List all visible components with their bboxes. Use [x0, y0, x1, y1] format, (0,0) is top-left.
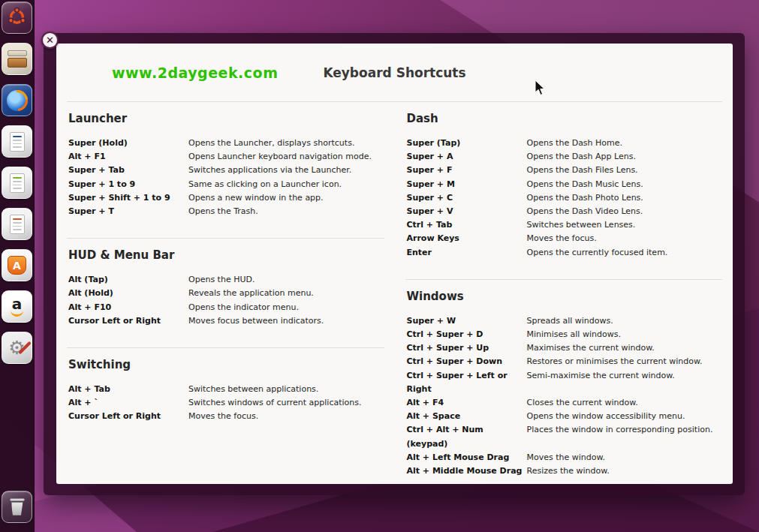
shortcut-action: Opens a new window in the app.: [188, 191, 383, 205]
shortcuts-panel: www.2daygeek.com Keyboard Shortcuts Laun…: [56, 44, 733, 484]
shortcut-action: Restores or minimises the current window…: [527, 355, 721, 368]
launcher-bar: Aa⚙: [0, 0, 35, 532]
shortcut-keys: Enter: [407, 246, 527, 260]
shortcut-action: Opens the Launcher, displays shortcuts.: [188, 137, 383, 150]
shortcut-row: Arrow KeysMoves the focus.: [407, 232, 721, 245]
shortcut-keys: Cursor Left or Right: [68, 410, 188, 423]
shortcut-keys: Super + 1 to 9: [68, 178, 188, 191]
section-title: HUD & Menu Bar: [68, 248, 383, 262]
settings-icon: ⚙: [8, 338, 25, 357]
shortcut-section: LauncherSuper (Hold)Opens the Launcher, …: [67, 102, 384, 238]
shortcut-keys: Alt + Middle Mouse Drag: [407, 464, 527, 478]
shortcut-row: Ctrl + Super + DownRestores or minimises…: [407, 355, 721, 368]
shortcut-action: Resizes the window.: [527, 464, 721, 478]
software-center-icon: A: [8, 256, 26, 275]
shortcut-keys: Super + T: [68, 205, 188, 218]
shortcut-keys: Super (Hold): [68, 137, 188, 150]
shortcut-keys: Ctrl + Super + D: [407, 328, 527, 341]
shortcut-row: Super + FOpens the Dash Files Lens.: [407, 164, 721, 177]
shortcut-action: Opens the Dash Photo Lens.: [527, 191, 721, 205]
shortcut-keys: Alt + Tab: [68, 383, 188, 396]
shortcut-action: Switches between applications.: [188, 383, 383, 396]
shortcut-action: Opens the Dash App Lens.: [527, 150, 721, 164]
shortcut-row: Super + 1 to 9Same as clicking on a Laun…: [68, 178, 383, 191]
shortcut-row: Alt (Tap)Opens the HUD.: [68, 273, 383, 287]
firefox-icon: [7, 90, 28, 111]
shortcuts-column: LauncherSuper (Hold)Opens the Launcher, …: [67, 102, 384, 484]
keyboard-shortcuts-overlay: ✕ www.2daygeek.com Keyboard Shortcuts La…: [44, 33, 745, 495]
libreoffice-impress-icon: [10, 215, 25, 234]
shortcut-row: Ctrl + Super + Left or RightSemi-maximis…: [407, 369, 721, 396]
launcher-item-settings[interactable]: ⚙: [2, 332, 32, 364]
shortcut-row: Super (Tap)Opens the Dash Home.: [407, 137, 721, 150]
shortcut-action: Switches applications via the Launcher.: [188, 164, 383, 177]
shortcut-action: Minimises all windows.: [527, 328, 721, 341]
shortcut-keys: Ctrl + Super + Down: [407, 355, 527, 368]
shortcut-keys: Alt (Tap): [68, 273, 188, 287]
shortcut-row: Super + AOpens the Dash App Lens.: [407, 150, 721, 164]
shortcut-keys: Super (Tap): [407, 137, 527, 150]
shortcut-action: Opens the window accessibility menu.: [527, 410, 721, 423]
shortcut-row: Alt + SpaceOpens the window accessibilit…: [407, 410, 721, 423]
shortcut-action: Moves the focus.: [527, 232, 721, 245]
launcher-item-calc[interactable]: [2, 167, 32, 199]
shortcut-row: Alt + `Switches windows of current appli…: [68, 396, 383, 410]
desktop: Aa⚙ ✕ www.2daygeek.com Keyboard Shortcut…: [0, 0, 759, 532]
shortcut-action: Opens Launcher keyboard navigation mode.: [188, 150, 383, 164]
shortcut-row: Super (Hold)Opens the Launcher, displays…: [68, 137, 383, 150]
shortcut-row: Alt + TabSwitches between applications.: [68, 383, 383, 396]
amazon-icon: a: [11, 297, 23, 317]
section-title: Switching: [68, 358, 383, 371]
launcher-item-software[interactable]: A: [2, 249, 32, 281]
shortcut-keys: Alt + F10: [68, 301, 188, 314]
launcher-item-trash[interactable]: [2, 491, 32, 523]
shortcut-action: Moves the window.: [527, 451, 721, 464]
shortcut-action: Spreads all windows.: [527, 314, 721, 328]
shortcut-row: Alt + Middle Mouse DragResizes the windo…: [407, 464, 721, 478]
shortcut-action: Opens the Dash Video Lens.: [527, 205, 721, 218]
shortcut-row: Ctrl + Super + UpMaximises the current w…: [407, 341, 721, 355]
shortcut-section: SwitchingAlt + TabSwitches between appli…: [67, 347, 384, 443]
shortcut-action: Switches between Lenses.: [527, 218, 721, 232]
launcher-item-amazon[interactable]: a: [2, 290, 32, 323]
shortcut-row: Ctrl + TabSwitches between Lenses.: [407, 218, 721, 232]
shortcut-row: Super + WSpreads all windows.: [407, 314, 721, 328]
shortcut-row: Super + TabSwitches applications via the…: [68, 164, 383, 177]
shortcut-action: Opens the Trash.: [188, 205, 383, 218]
shortcut-row: Alt + F4Closes the current window.: [407, 396, 721, 410]
shortcut-row: EnterOpens the currently focused item.: [407, 246, 721, 260]
close-button[interactable]: ✕: [41, 32, 59, 49]
trash-icon: [10, 497, 25, 516]
shortcut-row: Super + VOpens the Dash Video Lens.: [407, 205, 721, 218]
libreoffice-writer-icon: [10, 132, 25, 152]
shortcut-row: Super + MOpens the Dash Music Lens.: [407, 178, 721, 191]
launcher-item-writer[interactable]: [2, 125, 32, 158]
panel-header: www.2daygeek.com Keyboard Shortcuts: [67, 44, 722, 102]
shortcut-keys: Cursor Left or Right: [68, 314, 188, 328]
shortcut-row: Super + TOpens the Trash.: [68, 205, 383, 218]
launcher-item-impress[interactable]: [2, 208, 32, 240]
shortcut-keys: Alt + F1: [68, 150, 188, 164]
shortcut-action: Reveals the application menu.: [188, 287, 383, 300]
shortcuts-columns: LauncherSuper (Hold)Opens the Launcher, …: [56, 102, 733, 484]
shortcut-row: Alt + F1Opens Launcher keyboard navigati…: [68, 150, 383, 164]
launcher-item-files[interactable]: [2, 43, 32, 75]
watermark-text: www.2daygeek.com: [112, 65, 278, 81]
shortcut-action: Opens the Dash Files Lens.: [527, 164, 721, 177]
launcher-item-firefox[interactable]: [2, 84, 32, 116]
shortcut-row: Super + Shift + 1 to 9Opens a new window…: [68, 191, 383, 205]
shortcut-keys: Super + M: [407, 178, 527, 191]
shortcut-action: Same as clicking on a Launcher icon.: [188, 178, 383, 191]
section-title: Launcher: [68, 112, 383, 125]
launcher-item-ubuntu[interactable]: [2, 2, 32, 34]
shortcut-row: Cursor Left or RightMoves focus between …: [68, 314, 383, 328]
shortcuts-column: DashSuper (Tap)Opens the Dash Home.Super…: [405, 102, 723, 484]
shortcut-keys: Super + A: [407, 150, 527, 164]
shortcut-keys: Ctrl + Super + Up: [407, 341, 527, 355]
shortcut-action: Maximises the current window.: [527, 341, 721, 355]
shortcut-action: Opens the Dash Music Lens.: [527, 178, 721, 191]
shortcut-action: Closes the current window.: [527, 396, 721, 410]
shortcut-section: HUD & Menu BarAlt (Tap)Opens the HUD.Alt…: [67, 238, 384, 347]
shortcut-section: WindowsSuper + WSpreads all windows.Ctrl…: [405, 279, 723, 484]
shortcut-action: Opens the Dash Home.: [527, 137, 721, 150]
